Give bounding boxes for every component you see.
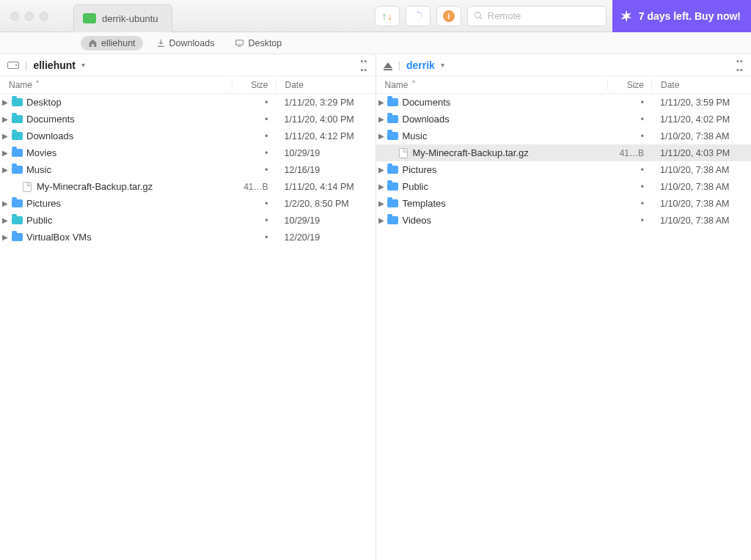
eject-icon[interactable]	[384, 62, 392, 68]
svg-point-3	[420, 18, 422, 19]
view-toggle[interactable]: ▪▪▪▪	[361, 56, 368, 74]
svg-line-9	[480, 17, 482, 19]
folder-row[interactable]: ▶Music•12/16/19	[0, 161, 376, 178]
column-name[interactable]: Name ˄	[0, 80, 232, 90]
folder-row[interactable]: ▶Documents•1/11/20, 4:00 PM	[0, 111, 376, 128]
remote-location[interactable]: derrik	[406, 59, 435, 71]
breadcrumb-item[interactable]: Downloads	[149, 36, 222, 51]
folder-row[interactable]: ▶Documents•1/11/20, 3:59 PM	[376, 94, 752, 111]
file-row[interactable]: My-Minecraft-Backup.tar.gz41…B1/11/20, 4…	[376, 144, 752, 161]
connection-tab[interactable]: derrik-ubuntu	[73, 4, 172, 32]
column-size[interactable]: Size	[607, 80, 651, 90]
folder-row[interactable]: ▶Pictures•1/10/20, 7:38 AM	[376, 161, 752, 178]
svg-point-4	[417, 19, 418, 20]
close-window-button[interactable]	[10, 12, 19, 21]
window-controls	[0, 12, 73, 21]
file-date: 10/29/19	[276, 148, 376, 158]
search-icon	[474, 11, 483, 21]
folder-row[interactable]: ▶Downloads•1/11/20, 4:02 PM	[376, 111, 752, 128]
disclosure-triangle[interactable]: ▶	[376, 199, 387, 207]
chevron-down-icon[interactable]: ▾	[441, 61, 444, 69]
breadcrumb-label: Downloads	[169, 38, 215, 48]
remote-file-list[interactable]: ▶Documents•1/11/20, 3:59 PM▶Downloads•1/…	[376, 94, 752, 560]
disclosure-triangle[interactable]: ▶	[376, 183, 387, 191]
file-name: Public	[23, 215, 232, 226]
folder-row[interactable]: ▶Public•1/10/20, 7:38 AM	[376, 178, 752, 195]
trial-banner[interactable]: 7 days left. Buy now!	[612, 0, 751, 32]
info-button[interactable]: i	[436, 6, 461, 26]
disclosure-triangle[interactable]: ▶	[0, 166, 10, 174]
disk-icon	[7, 62, 19, 69]
minimize-window-button[interactable]	[25, 12, 34, 21]
zoom-window-button[interactable]	[40, 12, 48, 21]
folder-icon	[387, 115, 398, 123]
disclosure-triangle[interactable]: ▶	[376, 115, 387, 123]
folder-row[interactable]: ▶Downloads•1/11/20, 4:12 PM	[0, 128, 376, 144]
toolbar-buttons: ↑↓ i Remote	[375, 6, 612, 26]
folder-row[interactable]: ▶Videos•1/10/20, 7:38 AM	[376, 212, 752, 229]
disclosure-triangle[interactable]: ▶	[0, 149, 10, 157]
folder-icon	[12, 199, 23, 207]
connection-icon	[83, 13, 96, 23]
disclosure-triangle[interactable]: ▶	[0, 98, 10, 106]
file-date: 1/11/20, 4:14 PM	[276, 182, 376, 192]
file-name: Desktop	[23, 97, 232, 108]
svg-point-0	[417, 11, 419, 12]
svg-marker-10	[620, 10, 631, 22]
sync-button[interactable]: ↑↓	[375, 6, 400, 26]
remote-pane-header: | derrik ▾ ▪▪▪▪	[376, 54, 752, 76]
file-size: •	[607, 215, 651, 226]
disclosure-triangle[interactable]: ▶	[0, 115, 10, 123]
svg-point-1	[420, 12, 421, 14]
folder-icon	[12, 233, 23, 241]
arrow-down-icon: ↓	[387, 10, 393, 22]
breadcrumb-label: elliehunt	[101, 38, 136, 48]
file-name: Music	[23, 164, 232, 175]
activity-button[interactable]	[406, 6, 431, 26]
column-size[interactable]: Size	[232, 80, 276, 90]
disclosure-triangle[interactable]: ▶	[0, 199, 10, 207]
chevron-down-icon[interactable]: ▾	[81, 61, 85, 69]
file-date: 1/11/20, 3:29 PM	[276, 97, 376, 108]
disclosure-triangle[interactable]: ▶	[0, 216, 10, 224]
disclosure-triangle[interactable]: ▶	[0, 132, 10, 140]
file-name: Movies	[23, 147, 232, 158]
file-size: •	[607, 182, 651, 192]
file-date: 1/11/20, 3:59 PM	[651, 97, 751, 108]
breadcrumb-item[interactable]: Desktop	[227, 36, 289, 51]
svg-point-7	[414, 12, 415, 13]
column-date[interactable]: Date	[651, 80, 751, 90]
file-name: Downloads	[400, 114, 608, 125]
column-date[interactable]: Date	[276, 80, 376, 90]
disclosure-triangle[interactable]: ▶	[0, 233, 10, 241]
folder-row[interactable]: ▶Pictures•1/2/20, 8:50 PM	[0, 195, 376, 212]
folder-row[interactable]: ▶Templates•1/10/20, 7:38 AM	[376, 195, 752, 212]
spinner-icon	[413, 11, 423, 21]
breadcrumb-item[interactable]: elliehunt	[81, 36, 143, 51]
remote-column-headers: Name ˄ Size Date	[376, 76, 752, 94]
file-size: •	[607, 199, 651, 209]
column-name[interactable]: Name ˄	[376, 80, 608, 90]
folder-row[interactable]: ▶Movies•10/29/19	[0, 144, 376, 161]
file-date: 1/10/20, 7:38 AM	[651, 182, 751, 192]
disclosure-triangle[interactable]: ▶	[376, 98, 387, 106]
folder-icon	[387, 132, 398, 140]
folder-row[interactable]: ▶Desktop•1/11/20, 3:29 PM	[0, 94, 376, 111]
disclosure-triangle[interactable]: ▶	[376, 216, 387, 224]
info-icon: i	[443, 10, 455, 22]
file-size: •	[232, 114, 276, 125]
view-toggle[interactable]: ▪▪▪▪	[736, 56, 744, 74]
disclosure-triangle[interactable]: ▶	[376, 132, 387, 140]
file-date: 1/11/20, 4:02 PM	[651, 114, 751, 125]
local-location[interactable]: elliehunt	[33, 59, 76, 71]
connection-tab-label: derrik-ubuntu	[102, 13, 158, 24]
file-row[interactable]: My-Minecraft-Backup.tar.gz41…B1/11/20, 4…	[0, 178, 376, 195]
folder-row[interactable]: ▶Public•10/29/19	[0, 212, 376, 229]
remote-search[interactable]: Remote	[467, 6, 607, 26]
file-size: 41…B	[607, 148, 651, 158]
folder-row[interactable]: ▶VirtualBox VMs•12/20/19	[0, 229, 376, 246]
folder-row[interactable]: ▶Music•1/10/20, 7:38 AM	[376, 128, 752, 144]
local-file-list[interactable]: ▶Desktop•1/11/20, 3:29 PM▶Documents•1/11…	[0, 94, 376, 560]
disclosure-triangle[interactable]: ▶	[376, 166, 387, 174]
folder-icon	[12, 115, 23, 123]
